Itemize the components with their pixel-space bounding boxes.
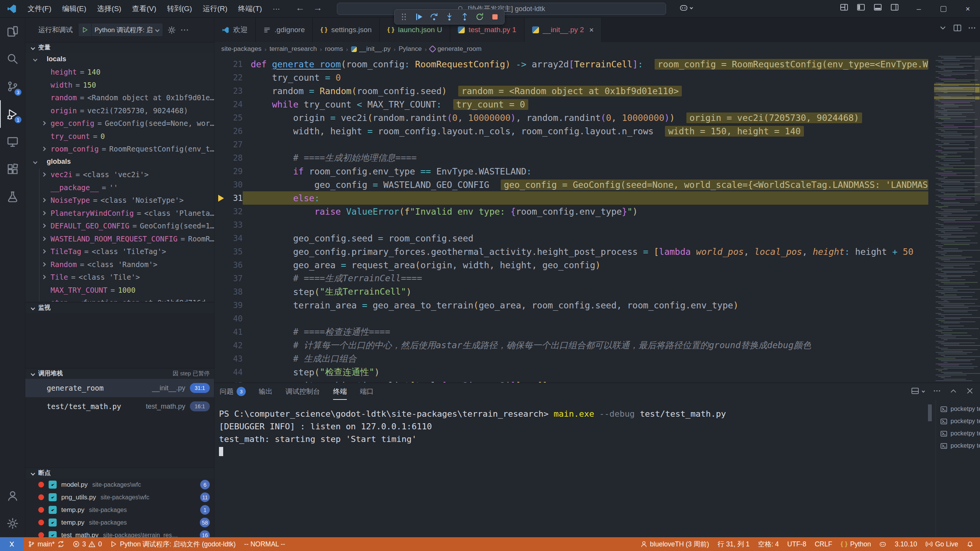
- variable-row[interactable]: Random = <class 'Random'>: [25, 258, 214, 271]
- breakpoint-checkbox[interactable]: [49, 531, 57, 537]
- code-content[interactable]: step("检查连通性"): [243, 365, 928, 379]
- breadcrumb-item[interactable]: terrain_research: [270, 45, 317, 53]
- variable-row[interactable]: DEFAULT_GEO_CONFIG = GeoConfig(seed=1…: [25, 220, 214, 233]
- variable-row[interactable]: origin = vec2i(7205730, 9024468): [25, 104, 214, 117]
- panel-layout-button[interactable]: [911, 387, 919, 395]
- line-number[interactable]: 33: [227, 220, 243, 230]
- variable-row[interactable]: try_count = 0: [25, 130, 214, 143]
- status-eol[interactable]: CRLF: [810, 537, 836, 551]
- breakpoint-checkbox[interactable]: [49, 518, 57, 527]
- stack-frame[interactable]: test/test_math.py test_math.py 16:1: [25, 397, 214, 416]
- menu-编辑(E)[interactable]: 编辑(E): [57, 2, 91, 15]
- variable-row[interactable]: Tile = <class 'Tile'>: [25, 271, 214, 284]
- ellipsis-button[interactable]: [933, 387, 941, 395]
- status-cursor-position[interactable]: 行 31, 列 1: [713, 537, 754, 551]
- menu-文件(F)[interactable]: 文件(F): [23, 2, 56, 15]
- variable-row[interactable]: MAX_TRY_COUNT = 1000: [25, 284, 214, 297]
- line-number[interactable]: 31: [227, 194, 243, 203]
- close-button[interactable]: [966, 387, 974, 395]
- line-number[interactable]: 24: [227, 100, 243, 109]
- line-number[interactable]: 41: [227, 328, 243, 337]
- line-number[interactable]: 34: [227, 234, 243, 243]
- terminal-instance[interactable]: pocketpy te…: [940, 440, 980, 452]
- line-number[interactable]: 30: [227, 180, 243, 189]
- activity-run-debug[interactable]: 1: [0, 100, 25, 128]
- status-encoding[interactable]: UTF-8: [783, 537, 811, 551]
- panel-tab-终端[interactable]: 终端: [333, 383, 347, 400]
- step-into-button[interactable]: [443, 11, 456, 23]
- line-number[interactable]: 25: [227, 113, 243, 122]
- terminal-scrollbar[interactable]: [928, 404, 932, 421]
- code-content[interactable]: while try_count < MAX_TRY_COUNT:try_coun…: [243, 98, 928, 111]
- breakpoint-row[interactable]: png_utils.py site-packages\wfc 11: [25, 491, 214, 504]
- code-content[interactable]: [243, 312, 928, 325]
- code-content[interactable]: try_count = 0: [243, 71, 928, 84]
- code-editor[interactable]: 20 21 def generate_room(room_config: Roo…: [214, 56, 980, 383]
- close-button[interactable]: ×: [956, 0, 980, 18]
- menu-转到(G)[interactable]: 转到(G): [162, 2, 196, 15]
- status-git-branch[interactable]: main*: [24, 537, 69, 551]
- step-out-button[interactable]: [458, 11, 471, 23]
- gear-icon[interactable]: [168, 26, 176, 34]
- variable-row[interactable]: __package__ = '': [25, 181, 214, 194]
- code-content[interactable]: [243, 138, 928, 151]
- variable-row[interactable]: NoiseType = <class 'NoiseType'>: [25, 194, 214, 207]
- back-icon[interactable]: ←: [296, 2, 305, 13]
- toggle-panel-icon[interactable]: [874, 3, 882, 11]
- restart-button[interactable]: [474, 11, 486, 23]
- activity-settings[interactable]: [0, 510, 25, 537]
- remote-indicator[interactable]: [0, 537, 24, 551]
- customize-layout-icon[interactable]: [840, 3, 848, 11]
- chevron-down-button[interactable]: [939, 24, 947, 32]
- activity-testing[interactable]: [0, 183, 25, 210]
- step-over-button[interactable]: [428, 11, 441, 23]
- breadcrumb-item[interactable]: rooms: [325, 45, 343, 53]
- code-content[interactable]: geo_config.primary_forces.geothermal_act…: [243, 245, 928, 258]
- tab-欢迎[interactable]: 欢迎: [214, 18, 256, 42]
- activity-search[interactable]: [0, 45, 25, 73]
- activity-source-control[interactable]: 3: [0, 73, 25, 100]
- panel-tab-问题[interactable]: 问题3: [220, 383, 246, 400]
- status-python-version[interactable]: 3.10.10: [890, 537, 921, 551]
- terminal-instance[interactable]: pocketpy te…: [940, 403, 980, 415]
- code-content[interactable]: origin = vec2i(random.randint(0, 1000000…: [243, 111, 928, 124]
- status-language-mode[interactable]: { }Python: [836, 537, 875, 551]
- code-content[interactable]: else:: [243, 191, 928, 205]
- line-number[interactable]: 42: [227, 341, 243, 350]
- line-number[interactable]: 35: [227, 247, 243, 256]
- terminal-output[interactable]: PS C:\computer_science\godot-ldtk\site-p…: [219, 408, 927, 458]
- toggle-secondary-sidebar-icon[interactable]: [890, 3, 899, 11]
- continue-button[interactable]: [413, 11, 426, 23]
- line-number[interactable]: 28: [227, 153, 243, 163]
- line-number[interactable]: 32: [227, 207, 243, 216]
- variable-row[interactable]: WASTELAND_ROOM_REQUEST_CONFIG = RoomR…: [25, 232, 214, 245]
- variable-row[interactable]: TileTag = <class 'TileTag'>: [25, 245, 214, 258]
- code-content[interactable]: geo_config.seed = room_config.seed: [243, 231, 928, 245]
- editor-scrollbar[interactable]: [975, 56, 980, 201]
- tab-__init__.py[interactable]: __init__.py 2 ×: [524, 18, 602, 42]
- code-content[interactable]: def generate_room(room_config: RoomReque…: [243, 57, 928, 71]
- code-content[interactable]: terrain_area = geo_area_to_terrain(geo_a…: [243, 298, 928, 312]
- code-content[interactable]: # ====生成初始地理信息====: [243, 151, 928, 165]
- minimap[interactable]: [934, 56, 975, 383]
- variable-row[interactable]: geo_config = GeoConfig(seed=None, wor…: [25, 117, 214, 130]
- breadcrumb-item[interactable]: __init__.py: [351, 45, 390, 53]
- variable-row[interactable]: height = 140: [25, 66, 214, 79]
- line-number[interactable]: 43: [227, 354, 243, 364]
- close-icon[interactable]: ×: [589, 26, 594, 34]
- line-number[interactable]: 29: [227, 167, 243, 176]
- stop-button[interactable]: [488, 11, 501, 23]
- line-number[interactable]: 36: [227, 261, 243, 270]
- terminal-instance[interactable]: pocketpy te…: [940, 415, 980, 427]
- breakpoint-checkbox[interactable]: [49, 481, 57, 489]
- code-content[interactable]: step("生成TerrainCell"): [243, 285, 928, 298]
- panel-tab-输出[interactable]: 输出: [259, 383, 273, 400]
- code-content[interactable]: geo_config = WASTELAND_GEO_CONFIGgeo_con…: [243, 178, 928, 191]
- variable-row[interactable]: PlanetaryWindConfig = <class 'Planeta…: [25, 207, 214, 220]
- code-content[interactable]: exit_combinations:list[tuple[vec2i, vec2…: [243, 379, 928, 383]
- drag-handle-button[interactable]: [398, 11, 410, 23]
- line-number[interactable]: 37: [227, 274, 243, 283]
- line-number[interactable]: 40: [227, 314, 243, 323]
- variable-row[interactable]: width = 150: [25, 78, 214, 91]
- code-content[interactable]: # ====检查连通性====: [243, 325, 928, 339]
